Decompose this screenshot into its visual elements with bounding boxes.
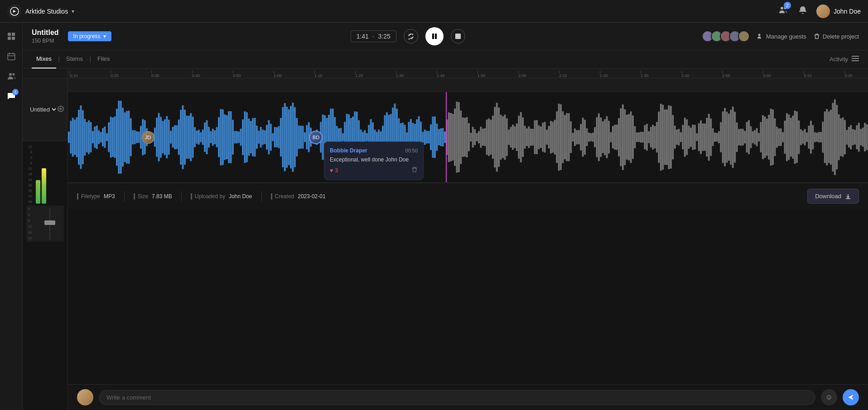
size-value: 7.83 MB bbox=[152, 193, 172, 200]
logo-icon bbox=[7, 4, 22, 19]
stop-button[interactable] bbox=[451, 29, 465, 44]
manage-guests-button[interactable]: Manage guests bbox=[757, 33, 806, 40]
top-nav: Arktide Studios ▾ 2 John Doe bbox=[0, 0, 868, 23]
svg-rect-7 bbox=[8, 54, 15, 60]
username-label: John Doe bbox=[834, 8, 861, 15]
play-pause-button[interactable] bbox=[425, 27, 444, 45]
tab-mixes[interactable]: Mixes bbox=[32, 50, 56, 68]
transport-controls: 1:41 - 3:25 bbox=[351, 27, 465, 45]
tabs-right: Activity bbox=[829, 55, 859, 64]
svg-rect-14 bbox=[435, 34, 437, 39]
track-name-select[interactable]: Untitled bbox=[28, 106, 58, 113]
uploaded-by-item: Uploaded by John Doe bbox=[191, 191, 262, 201]
volume-fader-handle[interactable] bbox=[44, 220, 55, 225]
project-actions: Manage guests Delete project bbox=[704, 30, 859, 42]
svg-rect-3 bbox=[8, 33, 11, 36]
svg-rect-6 bbox=[12, 37, 15, 40]
uploaded-by-label: Uploaded by bbox=[191, 193, 225, 200]
svg-rect-4 bbox=[12, 33, 15, 36]
svg-point-11 bbox=[9, 73, 12, 76]
ruler: 0:10 0:20 0:30 0:40 0:50 1:00 1:10 1:20 … bbox=[68, 68, 868, 78]
created-label: Created bbox=[271, 193, 294, 200]
svg-rect-15 bbox=[455, 34, 461, 39]
user-info[interactable]: John Doe bbox=[816, 5, 861, 18]
comment-popup: Bobbie Draper 00:50 Exceptional, well do… bbox=[324, 142, 424, 180]
sidebar-item-dashboard[interactable] bbox=[3, 28, 19, 44]
repeat-button[interactable] bbox=[404, 29, 418, 44]
timeline-section: 0:10 0:20 0:30 0:40 0:50 1:00 1:10 1:20 … bbox=[68, 68, 868, 410]
svg-rect-13 bbox=[432, 34, 434, 39]
time-start: 1:41 bbox=[357, 33, 369, 40]
created-value: 2023-02-01 bbox=[298, 193, 325, 200]
delete-project-button[interactable]: Delete project bbox=[814, 33, 859, 40]
tracks-container: // We'll generate these in the init scri… bbox=[68, 78, 868, 384]
add-track-button[interactable] bbox=[58, 106, 64, 113]
project-bpm: 150 BPM bbox=[32, 38, 59, 44]
workspace-chevron-icon[interactable]: ▾ bbox=[72, 8, 74, 15]
svg-rect-19 bbox=[852, 56, 859, 57]
tab-files[interactable]: Files bbox=[93, 50, 114, 68]
svg-point-1 bbox=[781, 7, 783, 10]
main-layout: 3 Untitled 150 BPM In progress ▾ 1:41 - bbox=[0, 23, 868, 410]
avatar bbox=[816, 5, 830, 18]
comment-marker-2[interactable]: BD bbox=[309, 131, 323, 144]
activity-label: Activity bbox=[829, 56, 848, 63]
content-area: Untitled 150 BPM In progress ▾ 1:41 - 3:… bbox=[23, 23, 868, 410]
svg-rect-21 bbox=[852, 60, 859, 61]
sidebar-item-calendar[interactable] bbox=[3, 48, 19, 64]
svg-rect-5 bbox=[8, 37, 11, 40]
filetype-value: MP3 bbox=[104, 193, 115, 200]
playhead bbox=[446, 92, 447, 182]
track-area: Untitled 12606121824 bbox=[23, 68, 868, 410]
svg-point-12 bbox=[12, 73, 14, 76]
vol-ruler bbox=[23, 68, 68, 78]
comment-marker-1[interactable]: JD bbox=[142, 131, 154, 144]
size-item: Size 7.83 MB bbox=[134, 191, 182, 201]
sidebar-item-team[interactable] bbox=[3, 68, 19, 84]
workspace-area: Arktide Studios ▾ bbox=[7, 4, 74, 19]
emoji-button[interactable]: ☺ bbox=[821, 389, 837, 405]
guest-avatars bbox=[704, 30, 750, 42]
tabs-bar: Mixes | Stems | Files Activity bbox=[23, 50, 868, 68]
send-button[interactable] bbox=[843, 389, 859, 405]
size-label: Size bbox=[134, 193, 148, 200]
comment-time: 00:50 bbox=[405, 148, 418, 153]
delete-comment-button[interactable] bbox=[411, 166, 418, 174]
people-badge: 2 bbox=[784, 2, 791, 9]
comment-author: Bobbie Draper bbox=[330, 147, 367, 154]
comment-input-row: ☺ bbox=[68, 384, 868, 410]
comment-text: Exceptional, well done John Doe bbox=[330, 156, 418, 163]
download-button[interactable]: Download bbox=[807, 189, 859, 204]
like-count: 3 bbox=[335, 167, 338, 174]
tab-stems[interactable]: Stems bbox=[62, 50, 87, 68]
chat-badge: 3 bbox=[12, 89, 19, 95]
waveform-row: // We'll generate these in the init scri… bbox=[68, 92, 868, 183]
uploaded-by-value: John Doe bbox=[229, 193, 252, 200]
people-icon-btn[interactable]: 2 bbox=[776, 4, 789, 19]
commenter-avatar bbox=[77, 389, 93, 405]
filetype-label: Filetype bbox=[77, 193, 100, 200]
time-display: 1:41 - 3:25 bbox=[351, 30, 396, 42]
volume-panel: Untitled 12606121824 bbox=[23, 68, 68, 410]
activity-menu-button[interactable] bbox=[852, 55, 859, 64]
svg-rect-20 bbox=[852, 58, 859, 59]
project-title: Untitled bbox=[32, 29, 59, 37]
guest-avatar-5 bbox=[738, 30, 750, 42]
notification-icon-btn[interactable] bbox=[796, 4, 809, 19]
time-end: 3:25 bbox=[378, 33, 391, 40]
comment-avatar-2: BD bbox=[309, 131, 323, 144]
sidebar-item-chat[interactable]: 3 bbox=[3, 88, 19, 104]
svg-point-16 bbox=[758, 34, 760, 36]
created-item: Created 2023-02-01 bbox=[271, 191, 335, 201]
sidebar-icons: 3 bbox=[0, 23, 23, 410]
project-info: Untitled 150 BPM bbox=[32, 29, 59, 44]
like-button[interactable]: ♥ 3 bbox=[330, 167, 338, 174]
top-nav-right: 2 John Doe bbox=[776, 4, 861, 19]
project-header: Untitled 150 BPM In progress ▾ 1:41 - 3:… bbox=[23, 23, 868, 50]
file-info-row: Filetype MP3 Size 7.83 MB Uploaded by Jo… bbox=[68, 183, 868, 209]
filetype-item: Filetype MP3 bbox=[77, 191, 125, 201]
status-badge[interactable]: In progress ▾ bbox=[68, 31, 111, 41]
workspace-name: Arktide Studios bbox=[25, 8, 68, 15]
comment-input[interactable] bbox=[99, 390, 815, 405]
comment-avatar-1: JD bbox=[142, 131, 154, 144]
